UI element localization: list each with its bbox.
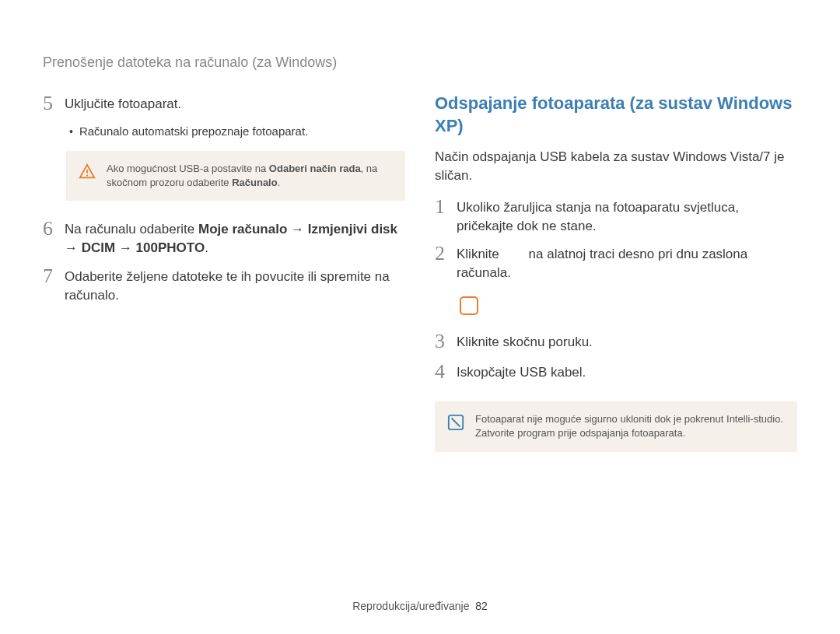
step-3: 3 Kliknite skočnu poruku. [435,331,797,353]
page-header: Prenošenje datoteka na računalo (za Wind… [43,54,797,71]
svg-line-3 [452,419,460,427]
step-text: Uključite fotoaparat. [65,93,181,114]
step-4: 4 Iskopčajte USB kabel. [435,361,797,384]
right-column: Odspajanje fotoaparata (za sustav Window… [435,93,797,469]
step-number: 3 [435,331,449,353]
section-title: Odspajanje fotoaparata (za sustav Window… [435,93,797,137]
step-number: 4 [435,361,449,384]
step-5: 5 Uključite fotoaparat. [43,93,405,115]
step-2: 2 Kliknite na alatnoj traci desno pri dn… [435,243,797,282]
step-text: Kliknite skočnu poruku. [457,331,593,352]
warning-text: Ako mogućnost USB-a postavite na Odaberi… [107,162,393,190]
step-7: 7 Odaberite željene datoteke te ih povuc… [43,265,405,305]
step-text: Kliknite na alatnoj traci desno pri dnu … [457,243,797,282]
warning-icon [79,163,96,180]
footer-label: Reprodukcija/uređivanje [352,600,469,612]
bullet-dot: • [69,123,73,140]
info-note: Fotoaparat nije moguće sigurno ukloniti … [435,401,797,451]
step-text: Ukoliko žaruljica stanja na fotoaparatu … [457,196,797,236]
step-number: 5 [43,93,57,115]
step-number: 1 [435,196,449,219]
page-footer: Reprodukcija/uređivanje 82 [0,600,840,612]
taskbar-icon-placeholder [460,296,478,315]
intro-text: Način odspajanja USB kabela za sustav Wi… [435,148,797,185]
info-text: Fotoaparat nije moguće sigurno ukloniti … [475,412,785,440]
step-text: Odaberite željene datoteke te ih povucit… [65,265,405,305]
footer-page-number: 82 [475,600,488,612]
step-number: 6 [43,218,57,240]
step-text: Iskopčajte USB kabel. [457,361,586,382]
step-number: 7 [43,265,57,288]
step-1: 1 Ukoliko žaruljica stanja na fotoaparat… [435,196,797,236]
warning-note: Ako mogućnost USB-a postavite na Odaberi… [66,151,405,201]
bullet-text: Računalo automatski prepoznaje fotoapara… [79,123,308,139]
step-number: 2 [435,243,449,265]
step-5-bullet: • Računalo automatski prepoznaje fotoapa… [69,123,405,140]
step-text: Na računalu odaberite Moje računalo → Iz… [65,218,405,257]
left-column: 5 Uključite fotoaparat. • Računalo autom… [43,93,405,469]
info-icon [447,414,464,431]
step-6: 6 Na računalu odaberite Moje računalo → … [43,218,405,257]
svg-point-1 [86,174,88,176]
